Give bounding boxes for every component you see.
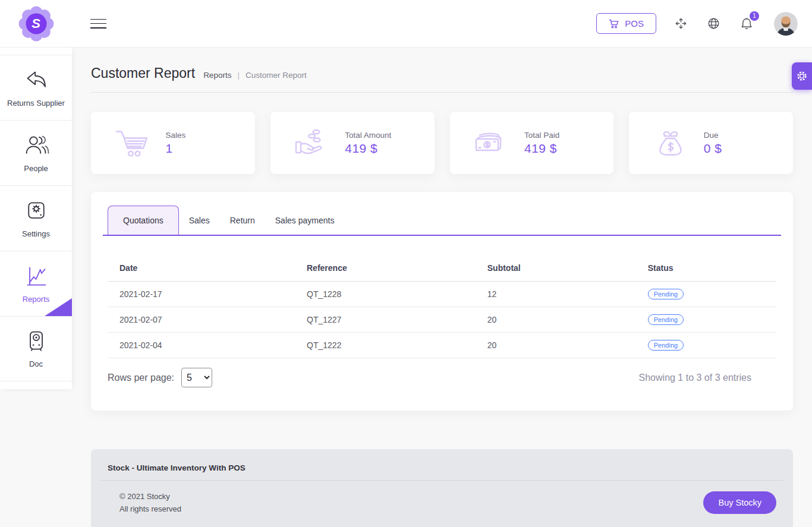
column-header-subtotal: Subtotal [476,257,636,282]
sidebar-item-label: People [24,164,48,173]
tab-quotations[interactable]: Quotations [108,206,179,235]
cart-icon [114,128,152,159]
sidebar-item-settings[interactable]: Settings [0,185,72,251]
page-head: Customer Report Reports | Customer Repor… [91,48,793,81]
pagination-bar: Rows per page: 5 Showing 1 to 3 of 3 ent… [108,368,776,387]
rows-per-page-select[interactable]: 5 [181,368,212,387]
globe-icon [707,17,720,30]
line-chart-icon [23,264,49,288]
stat-value: 419 $ [345,141,426,156]
stat-card-total-paid: Total Paid 419 $ [450,112,614,174]
cell-date: 2021-02-04 [108,333,295,358]
app-logo[interactable]: S [18,6,54,42]
status-badge: Pending [648,340,684,351]
cell-reference: QT_1222 [295,333,476,358]
stat-card-due: Due 0 $ [629,112,793,174]
stat-label: Total Amount [345,131,426,140]
quotations-table: Date Reference Subtotal Status 2021-02-1… [108,257,776,358]
stat-label: Total Paid [524,131,605,140]
top-bar: S POS [0,0,812,48]
language-button[interactable] [706,15,722,31]
stat-value: 1 [165,141,246,156]
tab-return[interactable]: Return [220,206,265,235]
sidebar-item-returns-supplier[interactable]: Returns Supplier [0,55,72,120]
table-header-row: Date Reference Subtotal Status [108,257,776,282]
stat-label: Due [704,131,785,140]
hand-coins-icon [292,128,331,159]
cell-status: Pending [636,333,776,358]
logo-letter: S [18,6,54,42]
table-body: 2021-02-17QT_122812Pending2021-02-07QT_1… [108,282,776,358]
stat-value: 0 $ [704,141,785,156]
sidebar-item-label: Returns Supplier [7,99,65,108]
expand-arrows-icon [674,17,688,30]
table-row: 2021-02-17QT_122812Pending [108,282,776,307]
status-badge: Pending [648,289,684,299]
copyright-text: © 2021 Stocky [119,490,181,503]
banknotes-icon [472,128,510,159]
logo-box: S [0,6,72,42]
stat-card-total-amount: Total Amount 419 $ [270,112,435,174]
breadcrumb-section[interactable]: Reports [203,71,231,80]
avatar-image [774,12,798,36]
sidebar: Returns Supplier People Settings [0,48,72,389]
cell-reference: QT_1227 [295,307,476,333]
table-row: 2021-02-07QT_122720Pending [108,307,776,333]
breadcrumb-divider: | [237,71,240,80]
page-title: Customer Report [91,65,195,81]
breadcrumb-current: Customer Report [246,71,307,80]
status-badge: Pending [648,314,684,325]
stat-label: Sales [165,131,246,140]
column-header-reference: Reference [295,257,476,282]
notifications-button[interactable]: 1 [738,15,755,32]
settings-drive-icon [23,199,49,223]
breadcrumb: Reports | Customer Report [203,71,307,80]
cell-status: Pending [636,307,776,333]
hamburger-menu-icon[interactable] [90,19,106,29]
stat-card-sales: Sales 1 [91,112,255,174]
people-icon [23,134,50,157]
tab-sales[interactable]: Sales [179,206,220,235]
column-header-date: Date [108,257,295,282]
return-arrow-icon [23,68,49,92]
footer-title: Stock - Ultimate Inventory With POS [91,449,793,472]
sidebar-item-doc[interactable]: Doc [0,316,72,381]
main-content: Customer Report Reports | Customer Repor… [72,48,812,527]
table-row: 2021-02-04QT_122220Pending [108,333,776,358]
notification-badge: 1 [750,11,759,21]
cell-reference: QT_1228 [295,282,476,307]
active-corner-triangle [45,298,72,316]
gear-icon [796,70,808,82]
stat-cards: Sales 1 Total Amount [91,112,793,174]
settings-fab-button[interactable] [792,62,812,90]
sidebar-item-label: Doc [29,359,43,368]
cell-subtotal: 20 [476,307,636,333]
pos-button-label: POS [625,18,644,29]
head-divider [91,92,793,93]
rights-text: All rights reserved [119,503,181,515]
topbar-actions: POS 1 [596,12,812,36]
rows-per-page-label: Rows per page: [108,373,174,383]
tab-bar: Quotations Sales Return Sales payments [103,206,781,236]
footer: Stock - Ultimate Inventory With POS © 20… [91,449,793,527]
cell-date: 2021-02-17 [108,282,295,307]
buy-stocky-button[interactable]: Buy Stocky [703,491,776,514]
cell-subtotal: 12 [476,282,636,307]
cell-date: 2021-02-07 [108,307,295,333]
cell-status: Pending [636,282,776,307]
fullscreen-button[interactable] [673,15,689,31]
sidebar-item-label: Settings [22,229,50,238]
user-avatar[interactable] [774,12,798,36]
stat-value: 419 $ [524,141,605,156]
report-panel: Quotations Sales Return Sales payments D… [91,192,793,411]
sidebar-item-people[interactable]: People [0,120,72,185]
copyright-block: © 2021 Stocky All rights reserved [119,490,181,516]
sidebar-item-reports[interactable]: Reports [0,251,72,316]
money-bag-icon [652,128,690,159]
column-header-status: Status [636,257,776,282]
pos-button[interactable]: POS [596,13,656,34]
tab-sales-payments[interactable]: Sales payments [265,206,345,235]
cart-icon [609,19,619,29]
doc-box-icon [23,329,49,353]
showing-entries-text: Showing 1 to 3 of 3 entries [639,373,751,383]
